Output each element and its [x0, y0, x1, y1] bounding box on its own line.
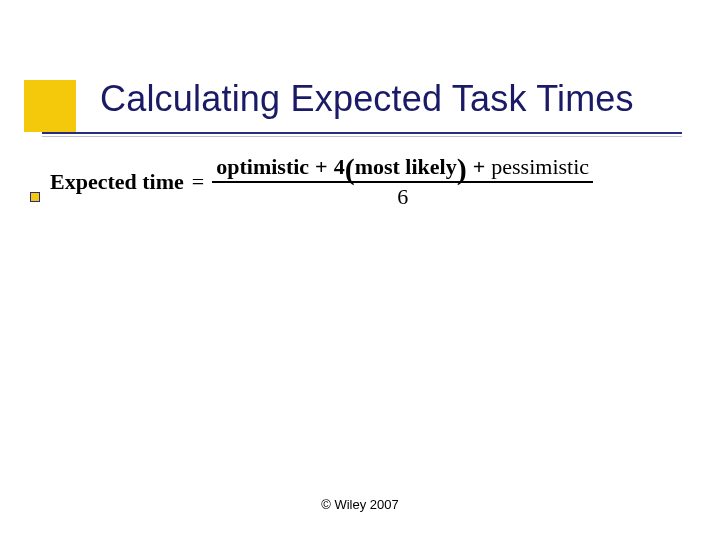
- num-plus-1: +: [309, 155, 334, 179]
- num-term-pessimistic: pessimistic: [491, 155, 589, 179]
- paren-close-icon: ): [457, 158, 467, 180]
- num-term-mostlikely: most likely: [355, 155, 457, 179]
- slide: Calculating Expected Task Times Expected…: [0, 0, 720, 540]
- formula-lhs: Expected time: [50, 169, 184, 195]
- formula-equals: =: [184, 169, 212, 195]
- formula-denominator: 6: [397, 183, 408, 209]
- accent-square-icon: [24, 80, 76, 132]
- page-title: Calculating Expected Task Times: [100, 78, 634, 120]
- num-plus-2: +: [467, 155, 492, 179]
- title-rule-shadow: [42, 136, 682, 137]
- paren-open-icon: (: [345, 158, 355, 180]
- bullet-square-icon: [30, 192, 40, 202]
- num-coeff: 4: [334, 155, 345, 179]
- formula: Expected time = optimistic + 4 ( most li…: [50, 155, 685, 209]
- formula-fraction: optimistic + 4 ( most likely ) + pessimi…: [212, 155, 593, 209]
- num-term-optimistic: optimistic: [216, 155, 309, 179]
- formula-numerator: optimistic + 4 ( most likely ) + pessimi…: [212, 155, 593, 181]
- title-rule: [42, 132, 682, 134]
- footer-copyright: © Wiley 2007: [0, 497, 720, 512]
